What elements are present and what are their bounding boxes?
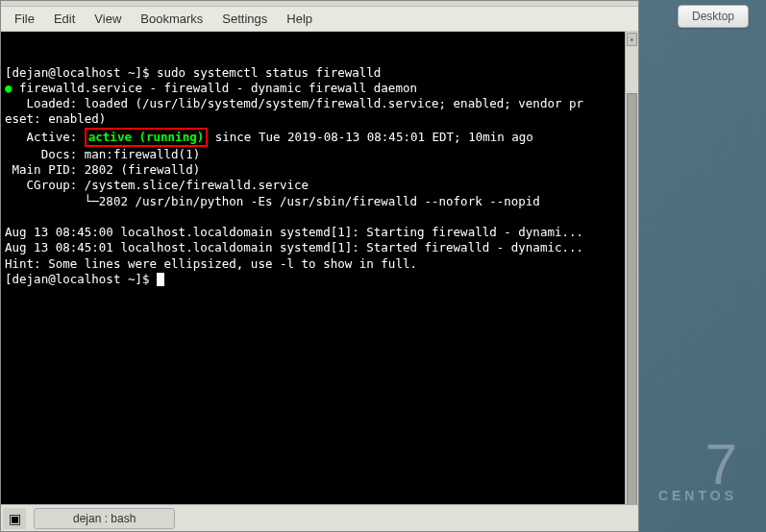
hint-line: Hint: Some lines were ellipsized, use -l… bbox=[5, 256, 417, 271]
terminal-scrollbar[interactable]: ▴ bbox=[625, 32, 638, 504]
status-bullet: ● bbox=[5, 81, 12, 95]
cursor bbox=[157, 273, 164, 286]
menu-help[interactable]: Help bbox=[277, 9, 322, 29]
menu-settings[interactable]: Settings bbox=[212, 9, 277, 29]
menu-edit[interactable]: Edit bbox=[44, 9, 85, 29]
prompt: [dejan@localhost ~]$ bbox=[5, 65, 157, 80]
terminal-content: [dejan@localhost ~]$ sudo systemctl stat… bbox=[5, 65, 634, 288]
active-status-highlight: active (running) bbox=[85, 128, 208, 147]
desktop-folder-button[interactable]: Desktop bbox=[678, 5, 749, 28]
taskbar-launcher-icon[interactable]: ▣ bbox=[3, 508, 26, 529]
menu-bookmarks[interactable]: Bookmarks bbox=[131, 9, 212, 29]
active-status: active (running) bbox=[88, 130, 204, 144]
centos-version: 7 bbox=[658, 442, 737, 488]
centos-wallpaper-logo: 7 CENTOS bbox=[658, 442, 737, 503]
scroll-up-arrow[interactable]: ▴ bbox=[627, 33, 637, 46]
centos-text: CENTOS bbox=[658, 488, 737, 503]
terminal-body[interactable]: [dejan@localhost ~]$ sudo systemctl stat… bbox=[1, 32, 638, 504]
menubar: File Edit View Bookmarks Settings Help bbox=[1, 7, 638, 32]
docs-line: Docs: man:firewalld(1) bbox=[5, 147, 200, 161]
terminal-window: File Edit View Bookmarks Settings Help [… bbox=[0, 0, 639, 532]
service-line: firewalld.service - firewalld - dynamic … bbox=[12, 81, 417, 95]
command: sudo systemctl status firewalld bbox=[157, 65, 381, 80]
taskbar: ▣ dejan : bash bbox=[1, 504, 638, 531]
active-label: Active: bbox=[5, 130, 85, 144]
mainpid-line: Main PID: 2802 (firewalld) bbox=[5, 162, 200, 177]
menu-view[interactable]: View bbox=[85, 9, 131, 29]
prompt2: [dejan@localhost ~]$ bbox=[5, 272, 157, 286]
log-line1: Aug 13 08:45:00 localhost.localdomain sy… bbox=[5, 225, 583, 239]
desktop-button-label: Desktop bbox=[692, 10, 734, 23]
menu-file[interactable]: File bbox=[5, 9, 44, 29]
cgroup-line: CGroup: /system.slice/firewalld.service bbox=[5, 178, 309, 192]
taskbar-window-button[interactable]: dejan : bash bbox=[34, 508, 175, 529]
eset-line: eset: enabled) bbox=[5, 111, 106, 126]
log-line2: Aug 13 08:45:01 localhost.localdomain sy… bbox=[5, 240, 583, 254]
scroll-thumb[interactable] bbox=[627, 93, 637, 504]
cgroup-line2: └─2802 /usr/bin/python -Es /usr/sbin/fir… bbox=[5, 194, 540, 208]
loaded-line: Loaded: loaded (/usr/lib/systemd/system/… bbox=[5, 96, 583, 110]
taskbar-button-label: dejan : bash bbox=[73, 512, 136, 525]
active-rest: since Tue 2019-08-13 08:45:01 EDT; 10min… bbox=[208, 130, 533, 144]
